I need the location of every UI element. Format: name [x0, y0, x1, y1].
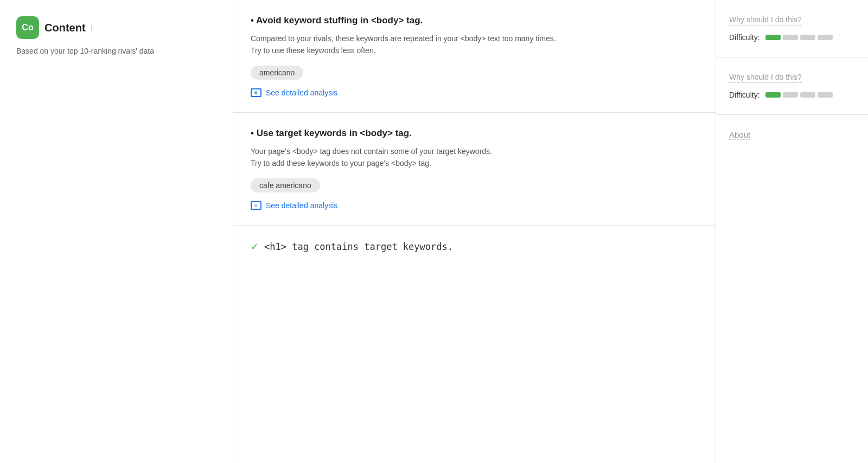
difficulty-bar-2 [765, 92, 833, 98]
h1-check-title: <h1> tag contains target keywords. [264, 241, 453, 252]
check-row: ✓ <h1> tag contains target keywords. [251, 241, 698, 253]
bar-seg-1-4 [818, 35, 833, 40]
analysis-icon-1 [251, 88, 261, 97]
module-header: Co Content i [16, 16, 216, 39]
module-icon: Co [16, 16, 39, 39]
row-use-target-keywords: • Use target keywords in <body> tag. You… [233, 113, 716, 226]
bar-seg-2-1 [765, 92, 781, 98]
bar-seg-2-4 [818, 92, 833, 98]
middle-column: • Avoid keyword stuffing in <body> tag. … [233, 0, 716, 463]
see-analysis-link-2[interactable]: See detailed analysis [251, 201, 698, 210]
difficulty-label-2: Difficulty: [729, 91, 760, 99]
issue-title-2: • Use target keywords in <body> tag. [251, 128, 698, 139]
main-grid: Co Content i Based on your top 10-rankin… [0, 0, 868, 463]
keyword-tag-2: cafe americano [251, 178, 320, 192]
right-cell-3: About [716, 115, 868, 155]
difficulty-bar-1 [765, 35, 833, 40]
about-link[interactable]: About [729, 130, 750, 140]
left-column: Co Content i Based on your top 10-rankin… [0, 0, 233, 463]
why-link-1[interactable]: Why should I do this? [729, 15, 802, 25]
right-cell-2: Why should I do this? Difficulty: [716, 57, 868, 115]
bar-seg-1-3 [800, 35, 815, 40]
right-cell-1: Why should I do this? Difficulty: [716, 0, 868, 57]
bar-seg-1-2 [783, 35, 798, 40]
module-subtitle: Based on your top 10-ranking rivals' dat… [16, 46, 216, 57]
module-info-icon[interactable]: i [91, 23, 93, 32]
row-avoid-keyword-stuffing: • Avoid keyword stuffing in <body> tag. … [233, 0, 716, 113]
bar-seg-2-2 [783, 92, 798, 98]
bar-seg-1-1 [765, 35, 781, 40]
difficulty-row-2: Difficulty: [729, 91, 855, 99]
difficulty-label-1: Difficulty: [729, 33, 760, 42]
see-analysis-link-1[interactable]: See detailed analysis [251, 88, 698, 97]
keyword-tag-1: americano [251, 66, 303, 80]
module-title: Content [44, 22, 86, 34]
checkmark-icon: ✓ [251, 241, 259, 253]
difficulty-row-1: Difficulty: [729, 33, 855, 42]
issue-desc-2: Your page's <body> tag does not contain … [251, 145, 698, 170]
issue-title-1: • Avoid keyword stuffing in <body> tag. [251, 15, 698, 26]
analysis-icon-2 [251, 201, 261, 210]
right-column: Why should I do this? Difficulty: Why sh… [716, 0, 868, 463]
bar-seg-2-3 [800, 92, 815, 98]
why-link-2[interactable]: Why should I do this? [729, 73, 802, 83]
row-h1-contains-keywords: ✓ <h1> tag contains target keywords. [233, 226, 716, 268]
issue-desc-1: Compared to your rivals, these keywords … [251, 33, 698, 57]
